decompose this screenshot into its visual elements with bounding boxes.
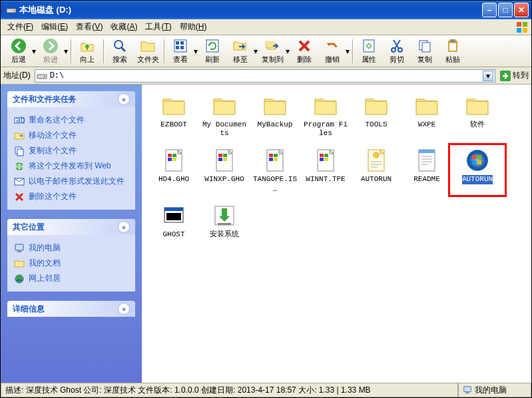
svg-rect-4 xyxy=(517,28,521,33)
file-item[interactable]: README xyxy=(401,147,452,192)
panel-item-label: 重命名这个文件 xyxy=(29,114,85,126)
places-panel: 其它位置 « 我的电脑我的文档网上邻居 xyxy=(7,219,135,292)
toolbar-moveto-button[interactable]: 移至 xyxy=(226,37,254,66)
file-item[interactable]: WINNT.TPE xyxy=(300,147,351,192)
toolbar-refresh-button[interactable]: 刷新 xyxy=(198,37,226,66)
drive-icon xyxy=(37,71,47,81)
web-icon xyxy=(14,161,25,172)
file-item[interactable]: 软件 xyxy=(452,93,503,138)
menu-item[interactable]: 查看(V) xyxy=(72,19,107,35)
toolbar-moveto-dropdown[interactable]: ▾ xyxy=(253,38,258,65)
panel-item-network[interactable]: 网上邻居 xyxy=(14,271,129,286)
svg-rect-45 xyxy=(218,154,222,157)
places-panel-header[interactable]: 其它位置 « xyxy=(7,219,135,235)
toolbar-label: 复制 xyxy=(417,55,432,65)
panel-item-rename[interactable]: ab重命名这个文件 xyxy=(14,112,129,128)
menu-item[interactable]: 工具(T) xyxy=(141,19,175,35)
tasks-panel-header[interactable]: 文件和文件夹任务 « xyxy=(7,91,135,107)
go-icon xyxy=(499,70,511,82)
svg-rect-73 xyxy=(222,208,227,216)
file-item[interactable]: TANGOPE.IS_ xyxy=(250,147,300,192)
status-location-label: 我的电脑 xyxy=(475,385,507,396)
menu-item[interactable]: 帮助(H) xyxy=(176,19,211,35)
toolbar-delete-button[interactable]: 删除 xyxy=(290,37,318,66)
panel-item-copy[interactable]: 复制这个文件 xyxy=(14,143,129,158)
panel-item-delete[interactable]: 删除这个文件 xyxy=(14,189,129,204)
folder-icon xyxy=(363,93,390,119)
copy-icon xyxy=(14,146,25,156)
panel-item-move[interactable]: 移动这个文件 xyxy=(14,128,129,143)
toolbar-undo-dropdown[interactable]: ▾ xyxy=(345,38,350,65)
file-item[interactable]: Program Files xyxy=(300,93,351,138)
refresh-icon xyxy=(204,38,220,54)
file-item[interactable]: WINXP.GHO xyxy=(199,147,250,192)
panel-item-label: 将这个文件发布到 Web xyxy=(29,160,111,172)
file-item[interactable]: MyBackup xyxy=(250,93,300,138)
file-item[interactable]: EZBOOT xyxy=(148,93,199,138)
undo-icon xyxy=(324,38,340,54)
svg-rect-70 xyxy=(164,208,183,211)
explorer-window: 本地磁盘 (D:) – □ ✕ 文件(F)编辑(E)查看(V)收藏(A)工具(T… xyxy=(0,0,532,398)
toolbar-back-dropdown[interactable]: ▾ xyxy=(31,38,37,65)
svg-rect-35 xyxy=(18,250,21,252)
file-view[interactable]: EZBOOTMy DocumentsMyBackupProgram FilesT… xyxy=(142,85,531,383)
toolbar-paste-button[interactable]: 粘贴 xyxy=(439,37,467,66)
toolbar-search-button[interactable]: 搜索 xyxy=(106,37,134,66)
file-item[interactable]: AUTORUN xyxy=(452,147,503,192)
toolbar-cut-button[interactable]: 剪切 xyxy=(383,37,411,66)
toolbar-separator xyxy=(71,39,71,63)
svg-rect-62 xyxy=(419,150,435,153)
toolbar-up-button[interactable]: 向上 xyxy=(73,37,101,66)
toolbar-back-button[interactable]: 后退 xyxy=(5,37,33,66)
file-item[interactable]: WXPE xyxy=(401,93,452,138)
toolbar-copyto-button[interactable]: 复制到 xyxy=(258,37,286,66)
folder-icon xyxy=(312,93,339,119)
details-panel-header[interactable]: 详细信息 » xyxy=(7,301,135,317)
file-item[interactable]: HD4.GHO xyxy=(148,147,199,192)
svg-rect-2 xyxy=(517,22,521,27)
file-item[interactable]: TOOLS xyxy=(351,93,401,138)
file-item[interactable]: GHOST xyxy=(148,202,199,239)
folder-icon xyxy=(211,93,238,119)
menu-item[interactable]: 编辑(E) xyxy=(37,19,72,35)
address-dropdown[interactable]: ▾ xyxy=(483,71,493,81)
panel-item-mydocs[interactable]: 我的文档 xyxy=(14,256,129,271)
search-icon xyxy=(112,38,128,54)
toolbar-folders-button[interactable]: 文件夹 xyxy=(134,37,162,66)
file-item[interactable]: AUTORUN xyxy=(351,147,401,192)
file-item[interactable]: My Documents xyxy=(199,93,250,138)
toolbar-views-dropdown[interactable]: ▾ xyxy=(193,38,198,65)
toolbar-properties-button[interactable]: 属性 xyxy=(355,37,383,66)
go-button[interactable]: 转到 xyxy=(499,70,529,82)
views-icon xyxy=(172,38,188,54)
panel-item-web[interactable]: 将这个文件发布到 Web xyxy=(14,158,129,174)
menu-item[interactable]: 文件(F) xyxy=(3,19,37,35)
toolbar-label: 剪切 xyxy=(390,55,404,65)
gho-icon xyxy=(160,147,187,174)
file-item[interactable]: 安装系统 xyxy=(199,202,250,239)
status-location: 我的电脑 xyxy=(458,383,531,397)
svg-rect-71 xyxy=(166,213,181,220)
toolbar-label: 移至 xyxy=(233,55,248,65)
address-combo[interactable]: ▾ xyxy=(35,69,495,83)
toolbar-views-button[interactable]: 查看 xyxy=(166,37,194,66)
panel-item-label: 网上邻居 xyxy=(29,273,61,284)
menu-item[interactable]: 收藏(A) xyxy=(107,19,141,35)
panel-item-mycomputer[interactable]: 我的电脑 xyxy=(14,240,129,256)
toolbar-copy-button[interactable]: 复制 xyxy=(411,37,439,66)
minimize-button[interactable]: – xyxy=(482,3,497,17)
panel-item-email[interactable]: 以电子邮件形式发送此文件 xyxy=(14,174,129,189)
address-input[interactable] xyxy=(50,71,483,81)
close-button[interactable]: ✕ xyxy=(514,3,529,17)
titlebar[interactable]: 本地磁盘 (D:) – □ ✕ xyxy=(1,1,531,19)
toolbar-label: 删除 xyxy=(297,55,312,65)
svg-rect-36 xyxy=(17,252,22,252)
toolbar-undo-button[interactable]: 撤销 xyxy=(318,37,346,66)
toolbar-copyto-dropdown[interactable]: ▾ xyxy=(285,38,290,65)
network-icon xyxy=(14,274,25,284)
go-label: 转到 xyxy=(513,70,529,81)
toolbar-label: 后退 xyxy=(11,55,26,65)
status-description: 描述: 深度技术 Ghost 公司: 深度技术 文件版本: 1.0.0.0 创建… xyxy=(1,383,458,397)
svg-rect-52 xyxy=(269,158,273,161)
maximize-button[interactable]: □ xyxy=(498,3,513,17)
